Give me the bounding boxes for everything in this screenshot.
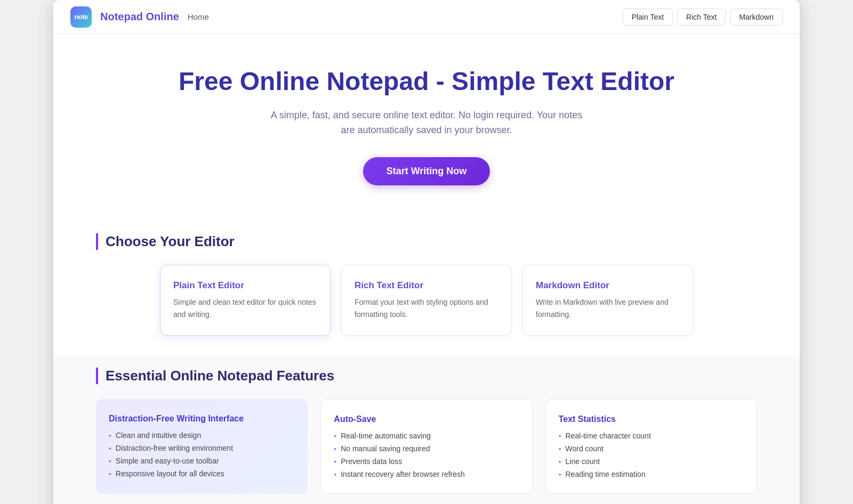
features-section-title: Essential Online Notepad Features (96, 368, 757, 384)
markdown-card-title: Markdown Editor (536, 280, 680, 291)
list-item: Simple and easy-to-use toolbar (109, 457, 295, 465)
features-section: Essential Online Notepad Features Distra… (53, 357, 800, 504)
plain-text-card-desc: Simple and clean text editor for quick n… (173, 296, 317, 320)
hero-section: Free Online Notepad - Simple Text Editor… (53, 34, 800, 212)
hero-subtitle: A simple, fast, and secure online text e… (267, 108, 586, 139)
list-item: Real-time automatic saving (334, 432, 519, 440)
plain-text-card[interactable]: Plain Text Editor Simple and clean text … (160, 265, 331, 336)
markdown-card[interactable]: Markdown Editor Write in Markdown with l… (522, 265, 693, 336)
auto-save-list: Real-time automatic saving No manual sav… (334, 432, 519, 478)
text-stats-list: Real-time character count Word count Lin… (559, 432, 744, 478)
plain-text-card-title: Plain Text Editor (173, 280, 317, 291)
markdown-card-desc: Write in Markdown with live preview and … (536, 296, 680, 320)
markdown-nav-btn[interactable]: Markdown (730, 9, 783, 26)
auto-save-card: Auto-Save Real-time automatic saving No … (320, 399, 532, 494)
text-stats-title: Text Statistics (559, 414, 744, 424)
home-link[interactable]: Home (188, 12, 209, 21)
distraction-free-card: Distraction-Free Writing Interface Clean… (96, 399, 308, 494)
rich-text-card-desc: Format your text with styling options an… (355, 296, 498, 320)
list-item: Prevents data loss (334, 457, 519, 466)
editor-section-title: Choose Your Editor (96, 233, 757, 250)
editor-cards: Plain Text Editor Simple and clean text … (160, 265, 693, 336)
list-item: Clean and intuitive design (109, 431, 295, 440)
list-item: Word count (559, 444, 744, 453)
main-content: Free Online Notepad - Simple Text Editor… (53, 34, 800, 504)
list-item: Line count (559, 457, 744, 466)
rich-text-card-title: Rich Text Editor (355, 280, 498, 291)
hero-title: Free Online Notepad - Simple Text Editor (75, 66, 778, 97)
nav-left: note Notepad Online Home (70, 6, 209, 28)
distraction-free-list: Clean and intuitive design Distraction-f… (109, 431, 295, 478)
nav-right: Plain Text Rich Text Markdown (623, 9, 783, 26)
start-writing-button[interactable]: Start Writing Now (363, 157, 490, 185)
rich-text-card[interactable]: Rich Text Editor Format your text with s… (341, 265, 512, 336)
list-item: Reading time estimation (559, 470, 744, 478)
logo-icon: note (70, 6, 92, 28)
feature-cards: Distraction-Free Writing Interface Clean… (96, 399, 757, 494)
editor-section: Choose Your Editor Plain Text Editor Sim… (53, 212, 800, 357)
browser-frame: note Notepad Online Home Plain Text Rich… (53, 0, 800, 504)
list-item: Instant recovery after browser refresh (334, 470, 519, 478)
list-item: Responsive layout for all devices (109, 469, 295, 478)
navbar: note Notepad Online Home Plain Text Rich… (53, 0, 800, 34)
distraction-free-title: Distraction-Free Writing Interface (109, 414, 295, 424)
list-item: No manual saving required (334, 444, 519, 453)
plain-text-nav-btn[interactable]: Plain Text (623, 9, 673, 26)
list-item: Distraction-free writing environment (109, 444, 295, 452)
rich-text-nav-btn[interactable]: Rich Text (677, 9, 726, 26)
auto-save-title: Auto-Save (334, 414, 519, 424)
list-item: Real-time character count (559, 432, 744, 440)
brand-name: Notepad Online (100, 11, 179, 23)
text-stats-card: Text Statistics Real-time character coun… (545, 399, 757, 494)
